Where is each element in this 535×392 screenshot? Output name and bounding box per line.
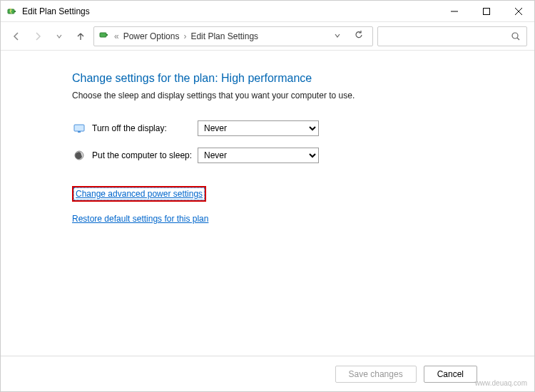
content-area: Change settings for the plan: High perfo… (1, 51, 534, 356)
display-label: Turn off the display: (92, 123, 198, 133)
address-bar[interactable]: « Power Options › Edit Plan Settings (93, 26, 373, 46)
svg-rect-11 (78, 131, 81, 133)
battery-icon (98, 29, 110, 43)
battery-icon (6, 6, 18, 17)
svg-rect-10 (74, 125, 84, 131)
recent-dropdown[interactable] (51, 28, 68, 45)
navbar: « Power Options › Edit Plan Settings (1, 22, 534, 51)
svg-rect-1 (14, 11, 16, 12)
svg-rect-6 (100, 33, 106, 37)
display-icon (72, 121, 86, 135)
breadcrumb-current[interactable]: Edit Plan Settings (190, 31, 258, 41)
links-section: Change advanced power settings Restore d… (72, 186, 534, 234)
titlebar: Edit Plan Settings (1, 1, 534, 22)
close-button[interactable] (502, 1, 534, 22)
page-subtext: Choose the sleep and display settings th… (72, 91, 534, 100)
address-dropdown[interactable] (330, 31, 345, 41)
maximize-button[interactable] (470, 1, 502, 22)
cancel-button[interactable]: Cancel (424, 366, 477, 383)
sleep-setting-row: Put the computer to sleep: Never (72, 148, 534, 163)
refresh-button[interactable] (350, 30, 368, 42)
svg-rect-3 (483, 8, 489, 14)
search-input[interactable] (377, 26, 527, 46)
sleep-select[interactable]: Never (198, 148, 319, 163)
back-button[interactable] (8, 28, 25, 45)
svg-point-8 (512, 33, 518, 38)
up-button[interactable] (72, 28, 89, 45)
page-heading: Change settings for the plan: High perfo… (72, 72, 534, 85)
save-button: Save changes (335, 366, 417, 383)
sleep-icon (72, 148, 86, 163)
footer: Save changes Cancel (1, 356, 534, 391)
display-select[interactable]: Never (198, 120, 319, 136)
sleep-label: Put the computer to sleep: (92, 150, 198, 160)
window-title: Edit Plan Settings (22, 6, 438, 16)
breadcrumb-parent[interactable]: Power Options (123, 31, 180, 41)
minimize-button[interactable] (438, 1, 470, 22)
svg-rect-7 (106, 34, 108, 36)
watermark: www.deuaq.com (475, 379, 527, 387)
search-icon (511, 31, 521, 41)
chevron-icon: « (114, 31, 119, 41)
svg-line-9 (517, 38, 519, 40)
advanced-settings-link[interactable]: Change advanced power settings (72, 186, 206, 202)
forward-button[interactable] (29, 28, 46, 45)
restore-defaults-link[interactable]: Restore default settings for this plan (72, 214, 208, 224)
display-setting-row: Turn off the display: Never (72, 120, 534, 136)
chevron-right-icon: › (183, 31, 186, 41)
window: Edit Plan Settings « Power Options › Edi… (0, 0, 535, 392)
